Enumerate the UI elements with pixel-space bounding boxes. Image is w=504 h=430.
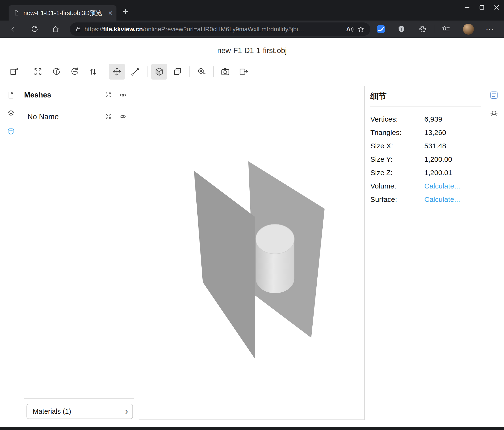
detail-row-surface: Surface: Calculate... <box>370 193 481 206</box>
materials-icon[interactable] <box>5 107 17 119</box>
url-text[interactable]: https://file.kkview.cn/onlinePreview?url… <box>84 26 345 33</box>
navbar-divider <box>435 25 435 33</box>
measure-icon[interactable] <box>194 64 209 80</box>
preview-page: new-F1-D1-1-first.obj <box>0 38 504 427</box>
page-title: new-F1-D1-1-first.obj <box>0 46 504 55</box>
panel-divider <box>24 103 134 103</box>
file-info-icon[interactable] <box>5 89 17 101</box>
address-bar[interactable]: https://file.kkview.cn/onlinePreview?url… <box>70 22 370 36</box>
perspective-view-icon[interactable] <box>151 64 167 80</box>
meshes-panel: Meshes No Name Materials (1) › <box>24 88 134 421</box>
open-file-icon[interactable] <box>6 64 22 80</box>
viewer-toolbar <box>6 62 254 81</box>
detail-row-volume: Volume: Calculate... <box>370 179 481 193</box>
new-tab-icon[interactable]: + <box>123 7 129 17</box>
fit-view-icon[interactable] <box>30 64 46 80</box>
detail-row-triangles: Triangles: 13,260 <box>370 126 481 139</box>
swap-vertical-icon[interactable] <box>85 64 101 80</box>
back-icon[interactable] <box>9 24 19 35</box>
zoom-to-mesh-icon[interactable] <box>105 113 112 120</box>
orthographic-view-icon[interactable] <box>170 64 185 80</box>
polyline-icon[interactable] <box>127 64 143 80</box>
mesh-list-item[interactable]: No Name <box>24 109 134 124</box>
mesh-item-name: No Name <box>27 112 59 121</box>
panel-divider <box>24 398 134 399</box>
detail-row-vertices: Vertices: 6,939 <box>370 112 481 126</box>
expand-all-icon[interactable] <box>105 91 112 98</box>
model-viewport[interactable] <box>139 86 365 420</box>
favorite-star-icon[interactable] <box>356 24 366 34</box>
move-icon[interactable] <box>109 64 125 80</box>
window-bottom-edge <box>0 427 504 430</box>
read-aloud-icon[interactable]: A <box>345 24 356 34</box>
window-close-icon[interactable] <box>489 0 504 15</box>
details-panel: 细节 Vertices: 6,939 Triangles: 13,260 Siz… <box>370 91 481 206</box>
home-icon[interactable] <box>50 24 61 35</box>
avatar[interactable] <box>463 24 474 35</box>
settings-gear-icon[interactable] <box>488 108 500 119</box>
browser-menu-icon[interactable]: ⋯ <box>485 24 495 35</box>
shield-extension-icon[interactable] <box>396 24 407 35</box>
export-icon[interactable] <box>236 64 252 80</box>
rotate-x-icon[interactable] <box>67 64 82 80</box>
meshes-panel-title: Meshes <box>24 91 51 99</box>
materials-button[interactable]: Materials (1) › <box>27 404 133 419</box>
calculate-volume-link[interactable]: Calculate... <box>424 182 460 190</box>
toolbar-divider <box>189 66 190 77</box>
window-maximize-icon[interactable] <box>474 0 489 15</box>
extensions-puzzle-icon[interactable] <box>417 24 428 35</box>
toolbar-divider <box>26 66 26 77</box>
refresh-icon[interactable] <box>29 24 40 35</box>
detail-row-size-z: Size Z: 1,200.01 <box>370 166 481 179</box>
meshes-icon[interactable] <box>5 125 17 137</box>
tab-title: new-F1-D1-1-first.obj3D预览 <box>23 9 106 17</box>
tab-close-icon[interactable]: × <box>108 9 113 17</box>
toolbar-divider <box>147 66 147 77</box>
toolbar-divider <box>213 66 214 77</box>
extension-blue-icon[interactable] <box>375 24 386 35</box>
model-3d-render <box>139 86 364 420</box>
window-minimize-icon[interactable] <box>460 0 474 15</box>
calculate-surface-link[interactable]: Calculate... <box>424 196 460 204</box>
detail-row-size-x: Size X: 531.48 <box>370 139 481 153</box>
mesh-visibility-icon[interactable] <box>119 113 127 120</box>
plane-left <box>194 171 255 359</box>
visibility-all-icon[interactable] <box>119 91 127 99</box>
detail-row-size-y: Size Y: 1,200.00 <box>370 153 481 166</box>
properties-list-icon[interactable] <box>488 89 500 101</box>
lock-icon[interactable] <box>75 26 81 32</box>
favorites-bar-icon[interactable] <box>441 24 451 35</box>
browser-titlebar: new-F1-D1-1-first.obj3D预览 × + <box>0 0 504 20</box>
screenshot-icon[interactable] <box>217 64 233 80</box>
chevron-right-icon: › <box>125 407 128 416</box>
tab-file-icon <box>13 10 19 16</box>
materials-button-label: Materials (1) <box>33 408 125 415</box>
rotate-y-icon[interactable] <box>48 64 64 80</box>
cylinder <box>256 224 294 293</box>
toolbar-divider <box>105 66 105 77</box>
panel-divider <box>370 107 481 107</box>
browser-tab[interactable]: new-F1-D1-1-first.obj3D预览 × <box>9 5 117 20</box>
details-header: 细节 <box>370 91 481 102</box>
browser-navbar: https://file.kkview.cn/onlinePreview?url… <box>0 20 504 38</box>
